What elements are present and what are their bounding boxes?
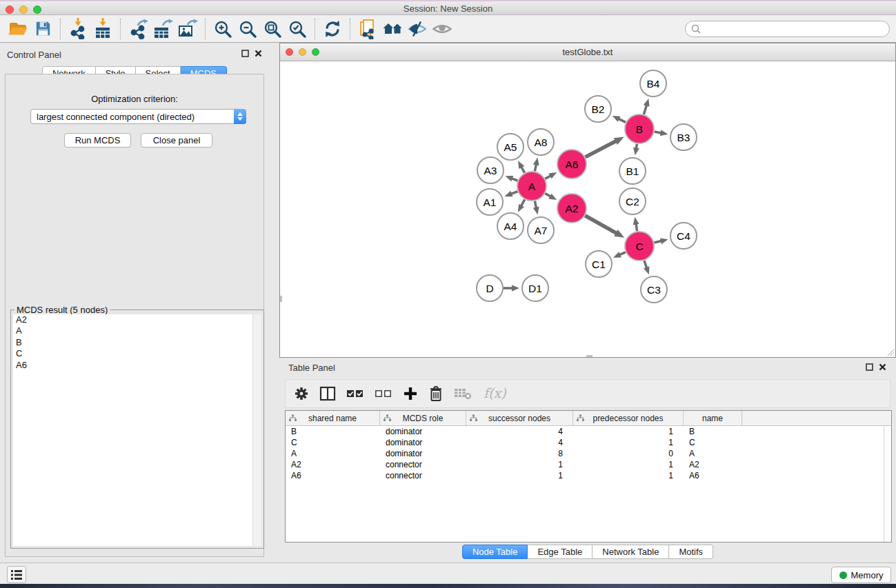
graph-edge[interactable] bbox=[636, 144, 637, 149]
table-cell[interactable]: A bbox=[684, 448, 742, 459]
run-mcds-button[interactable]: Run MCDS bbox=[64, 133, 131, 148]
show-panels-button[interactable] bbox=[7, 566, 26, 583]
graph-edge[interactable] bbox=[521, 167, 525, 173]
graph-edge[interactable] bbox=[655, 132, 661, 133]
table-cell[interactable]: C bbox=[286, 437, 380, 448]
zoom-out-button[interactable] bbox=[235, 17, 260, 41]
table-cell[interactable]: 4 bbox=[466, 426, 573, 437]
export-image-button[interactable] bbox=[175, 17, 200, 41]
close-panel-icon[interactable] bbox=[255, 50, 262, 57]
resize-grip-icon[interactable] bbox=[886, 348, 895, 356]
float-panel-icon[interactable] bbox=[241, 50, 249, 57]
close-panel-button[interactable]: Close panel bbox=[141, 133, 212, 148]
table-cell[interactable]: 0 bbox=[573, 448, 684, 459]
table-cell[interactable]: A6 bbox=[286, 470, 380, 481]
result-item[interactable]: C bbox=[13, 348, 261, 359]
table-cell[interactable]: dominator bbox=[380, 448, 466, 459]
table-cell[interactable]: A2 bbox=[684, 459, 742, 470]
save-session-button[interactable] bbox=[30, 17, 55, 41]
column-header[interactable]: shared name bbox=[286, 411, 380, 425]
mcds-result-scrollbar[interactable] bbox=[252, 314, 261, 546]
delete-table-button[interactable] bbox=[454, 387, 472, 401]
zoom-selected-button[interactable] bbox=[285, 17, 310, 41]
apply-layout-button[interactable] bbox=[320, 17, 345, 41]
network-canvas[interactable]: B4B2BB3A8A5A6A3B1AA1C2A2A4A7C4CC1DD1C3 bbox=[280, 61, 895, 357]
graph-edge[interactable] bbox=[511, 192, 518, 194]
table-cell[interactable]: connector bbox=[380, 459, 466, 470]
graph-edge[interactable] bbox=[512, 179, 518, 181]
table-cell[interactable]: C bbox=[684, 437, 742, 448]
memory-button[interactable]: Memory bbox=[831, 567, 891, 583]
delete-row-button[interactable] bbox=[428, 385, 444, 402]
table-row[interactable]: Adominator80A bbox=[286, 448, 891, 459]
criterion-dropdown[interactable]: largest connected component (directed) bbox=[30, 109, 246, 124]
table-row[interactable]: A6connector11A6 bbox=[286, 470, 891, 481]
graph-edge[interactable] bbox=[535, 201, 536, 208]
import-table-button[interactable] bbox=[90, 17, 115, 41]
tab-motifs[interactable]: Motifs bbox=[669, 545, 713, 559]
tab-network-table[interactable]: Network Table bbox=[593, 545, 669, 559]
graph-edge[interactable] bbox=[521, 199, 525, 205]
close-table-panel-icon[interactable] bbox=[879, 363, 886, 371]
search-input[interactable] bbox=[701, 23, 889, 35]
export-network-button[interactable] bbox=[126, 17, 150, 41]
search-field[interactable] bbox=[685, 21, 890, 37]
import-network-button[interactable] bbox=[66, 17, 90, 41]
table-settings-button[interactable] bbox=[294, 386, 309, 401]
graph-edge[interactable] bbox=[654, 241, 661, 243]
table-row[interactable]: Bdominator41B bbox=[286, 426, 891, 437]
graph-edge[interactable] bbox=[545, 176, 550, 179]
table-cell[interactable]: 1 bbox=[466, 459, 573, 470]
table-cell[interactable]: 8 bbox=[466, 448, 573, 459]
show-all-button[interactable] bbox=[430, 17, 455, 41]
column-header[interactable]: MCDS role bbox=[380, 411, 466, 425]
table-cell[interactable]: dominator bbox=[380, 426, 466, 437]
result-item[interactable]: A6 bbox=[13, 360, 261, 371]
column-header[interactable]: name bbox=[684, 411, 742, 425]
graph-edge[interactable] bbox=[636, 224, 637, 232]
table-cell[interactable]: 1 bbox=[573, 470, 684, 481]
table-scrollbar[interactable] bbox=[884, 426, 891, 542]
tab-node-table[interactable]: Node Table bbox=[462, 545, 528, 559]
graph-edge[interactable] bbox=[644, 105, 646, 114]
result-item[interactable]: A2 bbox=[13, 314, 261, 325]
column-browser-button[interactable] bbox=[319, 386, 336, 401]
tab-edge-table[interactable]: Edge Table bbox=[528, 545, 593, 559]
column-header[interactable]: successor nodes bbox=[466, 411, 573, 425]
deselect-all-button[interactable] bbox=[375, 386, 392, 401]
table-cell[interactable]: 1 bbox=[466, 470, 573, 481]
graph-edge[interactable] bbox=[535, 164, 536, 171]
zoom-in-button[interactable] bbox=[210, 17, 235, 41]
table-cell[interactable]: 1 bbox=[573, 459, 684, 470]
graph-edge[interactable] bbox=[619, 252, 626, 255]
hide-selected-button[interactable] bbox=[405, 17, 430, 41]
open-session-button[interactable] bbox=[6, 17, 30, 41]
zoom-fit-button[interactable] bbox=[260, 17, 285, 41]
table-cell[interactable]: 1 bbox=[573, 426, 684, 437]
table-cell[interactable]: 4 bbox=[466, 437, 573, 448]
float-table-panel-icon[interactable] bbox=[866, 363, 873, 371]
table-cell[interactable]: 1 bbox=[573, 437, 684, 448]
table-cell[interactable]: B bbox=[684, 426, 742, 437]
table-cell[interactable]: connector bbox=[380, 470, 466, 481]
graph-edge[interactable] bbox=[585, 216, 617, 234]
graph-edge[interactable] bbox=[644, 261, 647, 268]
function-builder-button[interactable]: f(x) bbox=[482, 385, 507, 402]
table-cell[interactable]: A2 bbox=[286, 459, 380, 470]
network-window-titlebar[interactable]: testGlobe.txt bbox=[280, 43, 895, 61]
table-cell[interactable]: dominator bbox=[380, 437, 466, 448]
table-row[interactable]: A2connector11A2 bbox=[286, 459, 891, 470]
add-row-button[interactable] bbox=[403, 386, 418, 401]
table-cell[interactable]: B bbox=[286, 426, 380, 437]
select-all-button[interactable] bbox=[346, 386, 364, 401]
graph-edge[interactable] bbox=[619, 119, 626, 122]
graph-edge[interactable] bbox=[545, 194, 550, 196]
toggle-graphics-details-button[interactable] bbox=[380, 17, 405, 41]
table-row[interactable]: Cdominator41C bbox=[286, 437, 891, 448]
result-item[interactable]: B bbox=[13, 337, 261, 348]
graph-edge[interactable] bbox=[586, 141, 617, 157]
column-header[interactable]: predecessor nodes bbox=[573, 411, 684, 425]
new-network-from-selection-button[interactable] bbox=[355, 17, 380, 41]
result-item[interactable]: A bbox=[13, 325, 261, 336]
table-cell[interactable]: A bbox=[286, 448, 380, 459]
